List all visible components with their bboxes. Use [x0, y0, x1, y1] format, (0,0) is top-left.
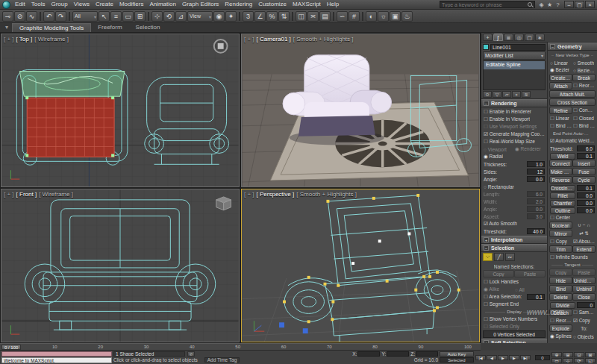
menu-item[interactable]: Views	[71, 0, 93, 9]
geometry-item[interactable]: Insert	[572, 160, 596, 167]
percent-snap-icon[interactable]: %	[266, 11, 278, 22]
geometry-item[interactable]: Same Shp	[572, 309, 596, 316]
geometry-item[interactable]: Fuse	[572, 168, 596, 175]
geometry-item[interactable]: CrossInsert0.1	[549, 184, 596, 192]
menu-item[interactable]: Create	[93, 0, 116, 9]
zoom-extents-icon[interactable]: ⊡	[574, 352, 584, 357]
geometry-item[interactable]: Mirror	[549, 230, 572, 237]
geometry-item[interactable]: Objects	[572, 333, 596, 340]
coordinate-field[interactable]	[387, 351, 409, 357]
geometry-item[interactable]: Extend	[572, 245, 596, 253]
geometry-item[interactable]: Attach Mult.	[549, 90, 596, 98]
geometry-item[interactable]: Chamfer0.0	[549, 199, 596, 207]
geometry-item[interactable]: Hide	[549, 277, 572, 284]
toolbar-separator[interactable]	[292, 12, 293, 21]
select-and-manipulate-icon[interactable]: ✦	[225, 11, 237, 22]
object-name-field[interactable]: Line001	[490, 44, 546, 51]
go-to-end-button[interactable]: ▶|	[520, 355, 531, 360]
geometry-item[interactable]: Bind last	[572, 122, 596, 130]
minimize-button[interactable]: –	[564, 1, 574, 8]
panel-item[interactable]: Display	[483, 308, 546, 316]
panel-item[interactable]: Radial	[483, 153, 546, 160]
interpolation-rollout-header[interactable]: + Interpolation	[481, 236, 547, 244]
zoom-extents-all-icon[interactable]: ⊠	[585, 352, 596, 357]
panel-item[interactable]: Auto Smooth	[483, 220, 546, 228]
zoom-icon[interactable]: ⊕	[551, 352, 562, 357]
panel-item[interactable]: Renderer	[514, 145, 546, 153]
timeline-tick[interactable]: 90	[419, 345, 424, 349]
viewport-top[interactable]: [ + ] [ Top ] [ Wireframe ]	[1, 34, 240, 187]
geometry-item[interactable]: Linear	[549, 59, 572, 66]
render-setup-icon[interactable]: ☼	[378, 11, 389, 22]
viewport-general-menu[interactable]: [ + ]	[244, 191, 254, 198]
vertex-mode-icon[interactable]: ∵	[483, 253, 493, 261]
panel-item[interactable]: Length:6.0	[483, 190, 546, 198]
geometry-item[interactable]: About Pivot	[572, 238, 596, 245]
geometry-item[interactable]: ⇄ ⇅	[572, 230, 596, 237]
viewport-shading-label[interactable]: [ Smooth + Highlights ]	[293, 36, 354, 43]
ribbon-tab[interactable]: Selection	[129, 23, 167, 32]
time-slider[interactable]: 0 / 100	[1, 345, 21, 350]
geometry-item[interactable]: Break	[572, 74, 596, 81]
geometry-item[interactable]: Connect	[549, 160, 572, 167]
coordinate-field[interactable]	[416, 351, 438, 357]
select-and-scale-icon[interactable]: ⊿	[175, 11, 187, 22]
panel-item[interactable]: Show Vertex Numbers	[483, 316, 546, 323]
timeline-tick[interactable]: 10	[52, 345, 57, 349]
panel-item[interactable]: Viewport	[483, 145, 514, 153]
material-editor-icon[interactable]: ◐	[366, 11, 377, 22]
geometry-item[interactable]: Weld0.1	[549, 152, 596, 160]
search-icon[interactable]	[527, 1, 534, 8]
restore-button[interactable]: ▢	[575, 1, 584, 8]
geometry-item[interactable]: Explode	[549, 324, 572, 332]
panel-item[interactable]: Selected Only	[483, 323, 546, 330]
modifier-list-dropdown[interactable]: Modifier List ▾	[483, 51, 546, 60]
select-and-link-icon[interactable]: ⊸	[2, 11, 13, 22]
select-and-move-icon[interactable]: ⊹	[151, 11, 163, 22]
toolbar-separator[interactable]	[69, 12, 70, 21]
ribbon-tab[interactable]: Freeform	[91, 23, 128, 32]
timeline-tick[interactable]: 30	[144, 345, 149, 349]
geometry-item[interactable]: Cross Section	[549, 98, 596, 106]
rollout-toggle-icon[interactable]: −	[550, 44, 555, 49]
favorites-icon[interactable]: ★	[546, 1, 554, 8]
current-frame-field[interactable]: 0	[535, 355, 550, 360]
toolbar-separator[interactable]	[362, 12, 363, 21]
menu-item[interactable]: Animation	[146, 0, 179, 9]
panel-item[interactable]: Angle:0.0	[483, 175, 546, 183]
orbit-icon[interactable]: ⟳	[574, 358, 584, 363]
schematic-view-icon[interactable]: #	[348, 11, 360, 22]
geometry-item[interactable]: Bind	[549, 285, 572, 292]
geometry-item[interactable]: Cycle	[572, 176, 596, 183]
rollout-toggle-icon[interactable]: +	[484, 340, 489, 343]
geometry-item[interactable]: Outline0.0	[549, 207, 596, 214]
curve-editor-icon[interactable]: ∽	[337, 11, 348, 22]
show-end-result-icon[interactable]: ▽	[493, 91, 501, 98]
maxscript-listener-line[interactable]: Welcome to MAXScript.	[1, 357, 112, 363]
maxscript-mini-listener[interactable]: Welcome to MAXScript.	[1, 351, 112, 363]
macro-recorder-line[interactable]	[1, 351, 112, 357]
geometry-item[interactable]: Infinite Bounds	[549, 254, 596, 261]
selection-rollout-header[interactable]: − Selection	[481, 244, 547, 252]
panel-item[interactable]: Alike	[483, 286, 514, 293]
viewport-camera01[interactable]: [ + ] [ Camera01 ] [ Smooth + Highlights…	[241, 34, 480, 187]
geometry-item[interactable]: Connect	[572, 107, 596, 114]
undo-icon[interactable]: ↶	[43, 11, 54, 22]
add-time-tag-button[interactable]: Add Time Tag	[204, 357, 240, 363]
quick-render-icon[interactable]: ♨	[401, 11, 413, 22]
menu-item[interactable]: Group	[48, 0, 70, 9]
geometry-item[interactable]: Divide0	[549, 301, 596, 309]
panel-item[interactable]: Enable In Renderer	[483, 108, 546, 116]
search-input[interactable]	[440, 1, 527, 7]
geometry-item[interactable]: Detach	[549, 309, 572, 316]
coordinate-field[interactable]	[357, 351, 380, 357]
geometry-item[interactable]: Reorient	[572, 82, 596, 90]
application-button[interactable]	[2, 1, 10, 9]
panel-item[interactable]: Rectangular	[483, 183, 546, 190]
bind-to-space-warp-icon[interactable]: ∿	[26, 11, 37, 22]
use-center-icon[interactable]: ◉	[213, 11, 225, 22]
geometry-item[interactable]: Copy	[572, 317, 596, 324]
selection-lock-icon[interactable]: ⊘	[187, 351, 195, 357]
close-button[interactable]: ×	[585, 1, 595, 8]
geometry-item[interactable]: Smooth	[572, 59, 596, 66]
